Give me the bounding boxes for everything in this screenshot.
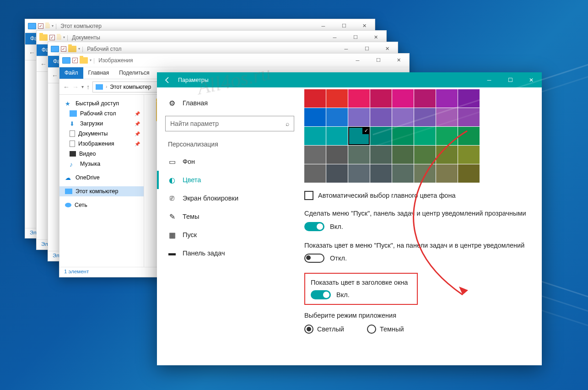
toggle-showcolor[interactable]: Откл. — [304, 254, 531, 263]
color-swatch[interactable] — [370, 164, 392, 183]
sidebar-network[interactable]: Сеть — [59, 200, 144, 210]
forward-button[interactable]: → — [72, 83, 79, 91]
color-swatch[interactable] — [348, 127, 370, 145]
radio-icon[interactable] — [367, 325, 376, 334]
back-button[interactable]: ← — [29, 49, 35, 56]
ribbon-home[interactable]: Главная — [83, 67, 114, 79]
color-swatch[interactable] — [304, 89, 326, 108]
search-input[interactable]: Найти параметр ⌕ — [165, 116, 294, 131]
picture-icon: ▭ — [168, 157, 176, 166]
sidebar-label: Этот компьютер — [76, 188, 118, 195]
color-swatch[interactable] — [436, 108, 458, 126]
toggle-transparent[interactable]: Вкл. — [304, 222, 531, 231]
nav-themes[interactable]: ✎Темы — [163, 207, 296, 226]
color-swatch[interactable] — [458, 146, 480, 164]
toggle-titlebar[interactable]: Вкл. — [311, 290, 411, 299]
titlebar[interactable]: ✓ ▾ | Изображения ─ ☐ ✕ — [59, 54, 409, 67]
color-swatch[interactable] — [392, 108, 414, 126]
color-swatch[interactable] — [392, 146, 414, 164]
history-button[interactable]: ▾ — [81, 84, 84, 89]
color-swatch[interactable] — [326, 164, 348, 183]
settings-window[interactable]: Параметры ─ ☐ ✕ ⚙ Главная Найти параметр… — [157, 72, 542, 365]
sidebar-label: Рабочий стол — [80, 110, 116, 117]
color-swatch[interactable] — [326, 146, 348, 164]
radio-icon[interactable] — [304, 325, 313, 334]
settings-titlebar[interactable]: Параметры ─ ☐ ✕ — [157, 72, 542, 87]
color-swatch[interactable] — [392, 164, 414, 183]
maximize-button[interactable]: ☐ — [368, 54, 388, 67]
color-swatch[interactable] — [370, 89, 392, 108]
radio-dark[interactable]: Темный — [367, 325, 404, 334]
sidebar-thispc[interactable]: Этот компьютер — [59, 186, 144, 196]
color-swatch[interactable] — [414, 89, 436, 108]
color-swatch[interactable] — [436, 164, 458, 183]
dropdown-icon[interactable]: ▾ — [78, 47, 80, 51]
toggle-switch-on[interactable] — [304, 222, 324, 231]
nav-label: Пуск — [183, 231, 197, 238]
color-swatch[interactable] — [304, 108, 326, 126]
minimize-button[interactable]: ─ — [347, 54, 368, 67]
nav-start[interactable]: ▦Пуск — [163, 226, 296, 244]
color-swatch[interactable] — [348, 89, 370, 108]
color-swatch[interactable] — [436, 89, 458, 108]
toggle-switch-off[interactable] — [304, 254, 324, 263]
close-button[interactable]: ✕ — [521, 72, 542, 87]
color-swatch[interactable] — [370, 146, 392, 164]
nav-taskbar[interactable]: ▬Панель задач — [163, 244, 296, 262]
ribbon-file[interactable]: Файл — [59, 67, 83, 79]
color-swatch[interactable] — [436, 127, 458, 145]
sidebar-quick-access[interactable]: ★Быстрый доступ — [59, 98, 144, 108]
color-swatch[interactable] — [348, 108, 370, 126]
back-button[interactable]: ← — [40, 60, 47, 68]
sidebar-videos[interactable]: Видео — [59, 149, 144, 159]
nav-home[interactable]: ⚙ Главная — [163, 94, 296, 112]
color-swatch[interactable] — [436, 146, 458, 164]
sidebar-downloads[interactable]: ⬇Загрузки📌 — [59, 119, 144, 129]
sidebar-music[interactable]: ♪Музыка — [59, 159, 144, 169]
sidebar-desktop[interactable]: Рабочий стол📌 — [59, 108, 144, 119]
color-swatch[interactable] — [348, 164, 370, 183]
color-swatch[interactable] — [370, 108, 392, 126]
auto-color-checkbox[interactable]: Автоматический выбор главного цвета фона — [304, 191, 531, 200]
radio-light[interactable]: Светлый — [304, 325, 344, 334]
color-swatch[interactable] — [458, 127, 480, 145]
color-swatch[interactable] — [458, 108, 480, 126]
dropdown-icon[interactable]: ▾ — [63, 35, 65, 39]
back-button[interactable] — [157, 72, 178, 87]
color-swatch[interactable] — [326, 127, 348, 145]
checkbox-icon[interactable] — [304, 191, 313, 200]
back-button[interactable]: ← — [52, 72, 58, 79]
color-swatch[interactable] — [458, 164, 480, 183]
color-swatch[interactable] — [392, 89, 414, 108]
maximize-button[interactable]: ☐ — [500, 72, 521, 87]
color-swatch[interactable] — [414, 127, 436, 145]
sidebar-onedrive[interactable]: ☁OneDrive — [59, 173, 144, 183]
color-swatch[interactable] — [370, 127, 392, 145]
color-swatch[interactable] — [392, 127, 414, 145]
color-swatch[interactable] — [304, 164, 326, 183]
toggle-switch-on[interactable] — [311, 290, 331, 299]
nav-background[interactable]: ▭Фон — [163, 152, 296, 171]
back-button[interactable]: ← — [63, 83, 70, 91]
sidebar-pictures[interactable]: Изображения📌 — [59, 139, 144, 149]
minimize-button[interactable]: ─ — [479, 72, 500, 87]
color-swatch[interactable] — [326, 108, 348, 126]
dropdown-icon[interactable]: ▾ — [90, 58, 92, 62]
sidebar-documents[interactable]: Документы📌 — [59, 129, 144, 139]
color-swatch[interactable] — [326, 89, 348, 108]
color-swatch[interactable] — [348, 146, 370, 164]
check-icon: ✓ — [72, 58, 78, 63]
ribbon-share[interactable]: Поделиться — [114, 67, 154, 79]
nav-colors[interactable]: ◐Цвета — [163, 171, 296, 189]
color-swatch[interactable] — [304, 146, 326, 164]
dropdown-icon[interactable]: ▾ — [52, 24, 54, 28]
close-button[interactable]: ✕ — [388, 54, 409, 67]
color-swatch[interactable] — [414, 164, 436, 183]
nav-lockscreen[interactable]: ⎚Экран блокировки — [163, 189, 296, 207]
breadcrumb-text[interactable]: Этот компьютер — [110, 84, 151, 90]
up-button[interactable]: ↑ — [86, 83, 90, 91]
color-swatch[interactable] — [414, 146, 436, 164]
color-swatch[interactable] — [458, 89, 480, 108]
color-swatch[interactable] — [414, 108, 436, 126]
color-swatch[interactable] — [304, 127, 326, 145]
